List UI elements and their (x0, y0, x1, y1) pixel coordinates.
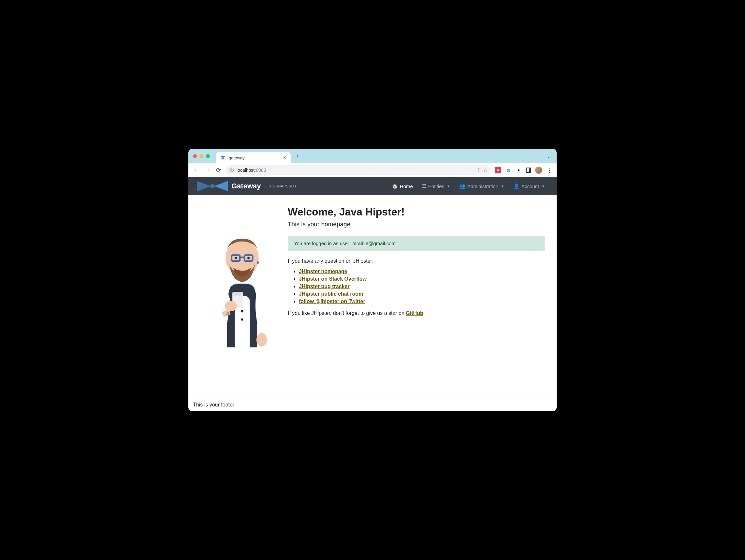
list-icon: ☰ (422, 183, 426, 189)
link-bug-tracker[interactable]: JHipster bug tracker (299, 284, 350, 289)
list-item: follow @jhipster on Twitter (299, 299, 545, 305)
title-bar: gateway × + ⌄ (188, 149, 557, 163)
svg-point-9 (241, 310, 244, 313)
alert-suffix: ". (396, 241, 399, 246)
nav-account[interactable]: 👤 Account ▼ (509, 181, 549, 192)
bookmark-icon[interactable]: ☆ (483, 167, 488, 173)
nav-home[interactable]: 🏠 Home (388, 181, 417, 192)
link-jhipster-homepage[interactable]: JHipster homepage (299, 269, 347, 274)
nav-home-label: Home (400, 184, 413, 189)
svg-point-14 (225, 301, 237, 311)
user-icon: 👤 (513, 183, 519, 189)
new-tab-button[interactable]: + (293, 153, 301, 160)
star-prefix: If you like JHipster, don't forget to gi… (288, 310, 406, 316)
alert-prefix: You are logged in as user " (294, 241, 352, 246)
maximize-window-button[interactable] (206, 154, 210, 158)
alert-user: mraible@gmail.com (352, 241, 396, 246)
minimize-window-button[interactable] (199, 154, 203, 158)
browser-menu-icon[interactable]: ⋮ (546, 167, 553, 174)
users-cog-icon: 👥 (459, 183, 465, 189)
svg-rect-13 (232, 292, 243, 295)
brand-name: Gateway (231, 182, 261, 190)
close-window-button[interactable] (193, 154, 197, 158)
brand-version: 0.0.1-SNAPSHOT (266, 184, 297, 188)
svg-point-11 (257, 333, 267, 346)
close-tab-icon[interactable]: × (283, 155, 286, 161)
link-stack-overflow[interactable]: JHipster on Stack Overflow (299, 276, 367, 282)
site-info-icon[interactable]: ⓘ (229, 167, 234, 173)
browser-window: gateway × + ⌄ ← → ⟳ ⓘ localhost:8080 ⇧ ☆… (188, 149, 557, 411)
svg-point-10 (241, 318, 244, 321)
svg-point-5 (235, 257, 237, 259)
content-column: Welcome, Java Hipster! This is your home… (288, 204, 545, 388)
links-list: JHipster homepage JHipster on Stack Over… (288, 269, 545, 305)
browser-tab[interactable]: gateway × (216, 152, 291, 163)
login-alert: You are logged in as user "mraible@gmail… (288, 236, 545, 251)
chevron-down-icon: ▼ (501, 185, 504, 188)
nav-entities[interactable]: ☰ Entities ▼ (418, 181, 454, 192)
star-text: If you like JHipster, don't forget to gi… (288, 310, 545, 316)
forward-button[interactable]: → (203, 166, 211, 174)
brand[interactable]: Gateway 0.0.1-SNAPSHOT (196, 180, 297, 193)
list-item: JHipster bug tracker (299, 284, 545, 289)
svg-point-7 (257, 261, 259, 264)
tab-title: gateway (229, 155, 280, 160)
nav-administration-label: Administration (467, 184, 498, 189)
nav-administration[interactable]: 👥 Administration ▼ (455, 181, 508, 192)
main-card: <jH> Welcome, Java Hipster! This is your… (193, 200, 552, 395)
toolbar-extensions: A ◍ ✦ ⋮ (495, 166, 553, 174)
profile-avatar-icon[interactable] (535, 166, 542, 174)
back-button[interactable]: ← (192, 166, 200, 174)
svg-point-1 (226, 240, 258, 276)
footer: This is your footer (188, 400, 557, 411)
list-item: JHipster homepage (299, 269, 545, 275)
password-extension-icon[interactable]: ◍ (505, 167, 512, 174)
tabs-dropdown-icon[interactable]: ⌄ (547, 154, 552, 159)
star-suffix: ! (423, 310, 425, 316)
share-icon[interactable]: ⇧ (477, 167, 481, 173)
question-text: If you have any question on JHipster: (288, 258, 545, 264)
page-body: <jH> Welcome, Java Hipster! This is your… (188, 195, 557, 400)
link-twitter[interactable]: follow @jhipster on Twitter (299, 299, 365, 304)
list-item: JHipster on Stack Overflow (299, 276, 545, 282)
page-heading: Welcome, Java Hipster! (288, 206, 545, 218)
url-bar[interactable]: ⓘ localhost:8080 ⇧ ☆ (226, 165, 491, 175)
reload-button[interactable]: ⟳ (215, 166, 222, 174)
list-item: JHipster public chat room (299, 291, 545, 297)
url-port: :8080 (255, 167, 266, 173)
nav-items: 🏠 Home ☰ Entities ▼ 👥 Administration ▼ 👤… (388, 181, 549, 192)
hipster-illustration-icon: <jH> (205, 204, 280, 388)
svg-point-6 (247, 257, 250, 259)
sidepanel-icon[interactable] (526, 167, 531, 173)
bowtie-logo-icon (196, 180, 229, 193)
nav-account-label: Account (521, 184, 539, 189)
chevron-down-icon: ▼ (447, 185, 450, 188)
nav-entities-label: Entities (428, 184, 444, 189)
bowtie-favicon-icon (220, 156, 226, 159)
chevron-down-icon: ▼ (542, 185, 545, 188)
github-link[interactable]: GitHub (406, 310, 423, 316)
browser-toolbar: ← → ⟳ ⓘ localhost:8080 ⇧ ☆ A ◍ ✦ ⋮ (188, 163, 557, 177)
page-lead: This is your homepage (288, 221, 545, 228)
url-host: localhost (236, 167, 255, 173)
window-controls (193, 154, 210, 158)
svg-point-0 (210, 184, 215, 188)
hipster-image-column: <jH> (200, 204, 285, 388)
home-icon: 🏠 (392, 183, 398, 189)
angular-extension-icon[interactable]: A (495, 167, 501, 174)
app-navbar: Gateway 0.0.1-SNAPSHOT 🏠 Home ☰ Entities… (188, 177, 557, 195)
extensions-icon[interactable]: ✦ (516, 167, 522, 174)
link-chat-room[interactable]: JHipster public chat room (299, 291, 363, 297)
